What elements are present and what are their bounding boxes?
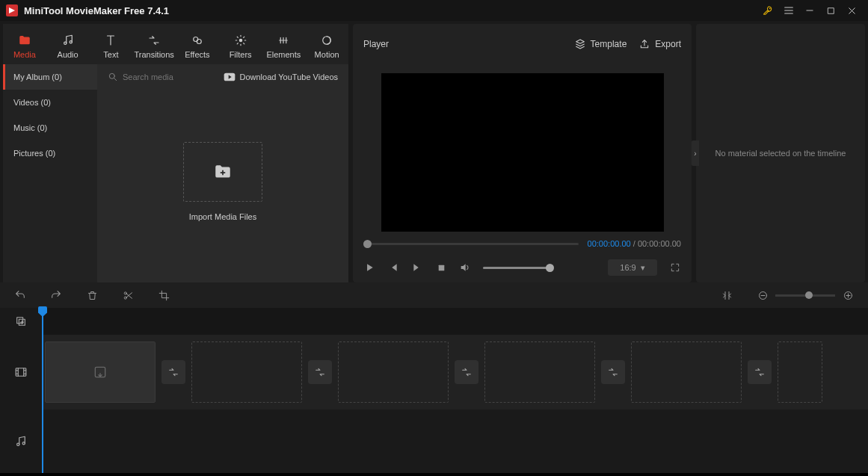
stop-button[interactable] — [435, 262, 447, 273]
minimize-button[interactable] — [799, 0, 820, 21]
youtube-icon — [224, 72, 236, 81]
undo-button[interactable] — [13, 288, 27, 302]
export-icon — [638, 38, 650, 50]
next-frame-button[interactable] — [411, 262, 423, 273]
tab-audio[interactable]: Audio — [46, 28, 90, 64]
preview-area — [353, 64, 692, 235]
template-label: Template — [591, 39, 627, 49]
transition-slot[interactable] — [455, 360, 478, 384]
tab-effects[interactable]: Effects — [176, 28, 219, 64]
clip-slot[interactable] — [338, 341, 449, 403]
search-media[interactable] — [108, 72, 218, 82]
transition-slot[interactable] — [161, 360, 185, 384]
split-button[interactable] — [121, 288, 135, 302]
delete-button[interactable] — [85, 288, 99, 302]
tab-label: Transitions — [134, 50, 173, 59]
youtube-label: Download YouTube Videos — [240, 72, 339, 81]
app-title: MiniTool MovieMaker Free 7.4.1 — [24, 5, 169, 16]
inspector-panel: › No material selected on the timeline — [696, 24, 865, 282]
close-button[interactable] — [841, 0, 862, 21]
clip-slot[interactable] — [778, 341, 822, 403]
sidebar-item-label: Music (0) — [13, 123, 47, 132]
add-track-button[interactable] — [0, 308, 42, 335]
sidebar-item-pictures[interactable]: Pictures (0) — [3, 140, 97, 166]
playhead[interactable] — [42, 308, 43, 473]
svg-point-8 — [109, 73, 114, 78]
video-track-icon[interactable] — [0, 335, 42, 409]
upgrade-key-icon[interactable] — [757, 0, 778, 21]
fullscreen-button[interactable] — [669, 262, 681, 273]
aspect-ratio-select[interactable]: 16:9▾ — [608, 259, 657, 276]
tab-motion[interactable]: Motion — [305, 28, 348, 64]
import-media-dropzone[interactable] — [183, 142, 262, 202]
volume-button[interactable] — [459, 262, 471, 273]
volume-thumb[interactable] — [546, 264, 554, 272]
tab-label: Audio — [58, 50, 79, 59]
audio-track-icon[interactable] — [0, 409, 42, 473]
time-display: 00:00:00.00 / 00:00:00.00 — [588, 239, 681, 248]
zoom-out-button[interactable] — [756, 288, 769, 302]
tab-label: Media — [13, 50, 36, 59]
clip-slot[interactable] — [45, 341, 156, 403]
tab-filters[interactable]: Filters — [219, 28, 262, 64]
tab-elements[interactable]: Elements — [262, 28, 306, 64]
total-time: 00:00:00.00 — [638, 239, 681, 248]
play-button[interactable] — [363, 262, 375, 273]
zoom-slider[interactable] — [775, 294, 835, 297]
svg-rect-1 — [828, 7, 834, 13]
transition-slot[interactable] — [601, 360, 625, 384]
volume-slider[interactable] — [483, 267, 550, 269]
inspector-empty-text: No material selected on the timeline — [715, 149, 846, 158]
svg-point-0 — [769, 7, 771, 9]
scrub-thumb[interactable] — [363, 240, 372, 248]
sidebar-item-videos[interactable]: Videos (0) — [3, 90, 97, 115]
motion-icon — [320, 34, 333, 47]
svg-point-19 — [22, 442, 25, 444]
hamburger-menu-icon[interactable] — [778, 0, 799, 21]
audio-track[interactable] — [42, 409, 868, 473]
sidebar-item-label: Videos (0) — [13, 98, 51, 107]
video-track[interactable] — [42, 335, 868, 409]
timeline-ruler[interactable] — [42, 308, 868, 335]
clip-slot[interactable] — [191, 341, 302, 403]
clip-slot[interactable] — [484, 341, 595, 403]
preview-canvas[interactable] — [381, 73, 664, 232]
tool-tabrow: Media Audio Text Transitions Effects Fil… — [3, 24, 348, 64]
search-icon — [108, 72, 118, 82]
sidebar-item-my-album[interactable]: My Album (0) — [3, 64, 97, 90]
export-label: Export — [655, 39, 681, 49]
chevron-down-icon: ▾ — [641, 263, 645, 273]
svg-point-3 — [70, 41, 72, 43]
export-button[interactable]: Export — [638, 38, 681, 50]
tab-transitions[interactable]: Transitions — [132, 28, 176, 64]
folder-plus-icon — [213, 162, 233, 182]
zoom-thumb[interactable] — [805, 291, 813, 299]
text-icon — [104, 34, 117, 47]
download-youtube-button[interactable]: Download YouTube Videos — [224, 72, 339, 81]
crop-button[interactable] — [157, 288, 170, 302]
search-input[interactable] — [123, 72, 212, 81]
template-icon — [574, 38, 586, 50]
template-button[interactable]: Template — [574, 38, 627, 50]
auto-fit-button[interactable] — [720, 288, 733, 302]
zoom-in-button[interactable] — [841, 288, 855, 302]
app-logo-icon — [6, 4, 18, 16]
clip-slot[interactable] — [631, 341, 742, 403]
prev-frame-button[interactable] — [387, 262, 399, 273]
effects-icon — [191, 34, 204, 47]
tab-media[interactable]: Media — [3, 28, 46, 64]
redo-button[interactable] — [49, 288, 63, 302]
ratio-value: 16:9 — [620, 263, 635, 272]
tab-label: Motion — [315, 50, 339, 59]
svg-point-18 — [17, 443, 19, 445]
transition-slot[interactable] — [308, 360, 332, 384]
import-label: Import Media Files — [189, 212, 256, 221]
sidebar-item-label: My Album (0) — [13, 72, 62, 81]
collapse-inspector-button[interactable]: › — [692, 140, 699, 166]
tab-text[interactable]: Text — [90, 28, 133, 64]
scrub-track[interactable] — [363, 243, 579, 245]
transition-slot[interactable] — [748, 360, 772, 384]
maximize-button[interactable] — [820, 0, 841, 21]
sidebar-item-music[interactable]: Music (0) — [3, 115, 97, 140]
elements-icon — [277, 34, 290, 47]
